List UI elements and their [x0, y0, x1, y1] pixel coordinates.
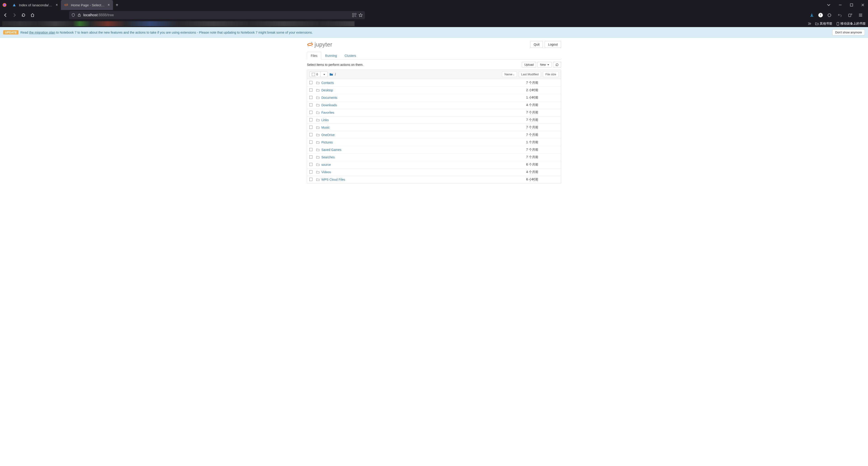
row-checkbox[interactable] — [309, 81, 316, 85]
tab-files[interactable]: Files — [307, 52, 321, 60]
banner-text: Read the migration plan to Notebook 7 to… — [20, 31, 313, 34]
file-link[interactable]: Music — [321, 126, 330, 129]
sort-size-button[interactable]: File size — [543, 71, 559, 77]
file-link[interactable]: Desktop — [321, 89, 333, 92]
table-row: Contacts7 个月前 — [307, 79, 561, 87]
file-link[interactable]: Searches — [321, 156, 335, 159]
row-checkbox[interactable] — [309, 170, 316, 174]
svg-rect-8 — [355, 13, 356, 15]
extensions-icon[interactable] — [826, 11, 833, 19]
menu-icon[interactable] — [857, 11, 864, 19]
checkbox-icon — [309, 103, 312, 106]
window-maximize-icon[interactable] — [850, 3, 853, 6]
new-tab-button[interactable]: + — [113, 0, 121, 10]
tab-clusters[interactable]: Clusters — [341, 52, 360, 59]
browser-tab-active[interactable]: Home Page - Select or create × — [61, 0, 113, 10]
select-all-checkbox[interactable]: 0 — [309, 71, 320, 77]
file-link[interactable]: Videos — [321, 170, 331, 174]
bookmark-star-icon[interactable] — [359, 13, 363, 17]
tab-close-icon[interactable]: × — [56, 3, 58, 7]
dismiss-banner-button[interactable]: Don't show anymore — [832, 29, 865, 35]
shield-icon — [71, 13, 75, 17]
file-link[interactable]: Documents — [321, 96, 337, 99]
new-dropdown-button[interactable]: New — [537, 62, 552, 67]
downloads-icon[interactable] — [808, 11, 816, 19]
folder-icon — [316, 156, 319, 159]
file-link[interactable]: WPS Cloud Files — [321, 178, 345, 181]
undo-icon[interactable] — [836, 11, 844, 19]
window-close-icon[interactable] — [861, 3, 864, 6]
table-row: Pictures1 个月前 — [307, 138, 561, 146]
tab-title: Index of /anaconda/archive/ — [19, 3, 53, 7]
file-link[interactable]: Downloads — [321, 103, 337, 107]
checkbox-icon — [309, 111, 312, 114]
file-link[interactable]: Pictures — [321, 140, 333, 144]
tab-favicon-icon — [12, 3, 16, 7]
table-row: OneDrive7 个月前 — [307, 131, 561, 138]
sort-name-button[interactable]: Name ↓ — [502, 71, 517, 77]
tab-close-icon[interactable]: × — [108, 3, 110, 7]
file-link[interactable]: Favorites — [321, 111, 334, 114]
svg-rect-12 — [848, 14, 851, 17]
checkbox-icon — [309, 148, 312, 151]
bookmarks-bar: 其他书签 移动设备上的书签 — [0, 20, 868, 27]
nav-forward-button[interactable] — [10, 11, 19, 19]
bookmarks-overflow-icon[interactable] — [807, 22, 811, 26]
file-modified: 7 个月前 — [502, 81, 538, 85]
table-header: 0 / Name ↓ Last Modified File size — [307, 70, 561, 79]
row-checkbox[interactable] — [309, 140, 316, 144]
checkbox-icon — [309, 156, 312, 159]
file-modified: 7 个月前 — [502, 118, 538, 122]
file-link[interactable]: Saved Games — [321, 148, 341, 152]
breadcrumb[interactable]: / — [330, 73, 502, 76]
account-badge-icon[interactable]: ! — [818, 13, 823, 18]
qr-icon[interactable] — [352, 13, 356, 17]
refresh-button[interactable] — [553, 62, 561, 67]
checkbox-icon — [309, 96, 312, 99]
row-checkbox[interactable] — [309, 126, 316, 130]
window-minimize-icon[interactable] — [839, 3, 842, 6]
svg-point-20 — [312, 46, 312, 46]
row-checkbox[interactable] — [309, 156, 316, 159]
upload-button[interactable]: Upload — [522, 62, 536, 67]
folder-icon — [330, 73, 333, 76]
file-link[interactable]: Contacts — [321, 81, 334, 85]
logout-button[interactable]: Logout — [545, 41, 561, 48]
tab-running[interactable]: Running — [321, 52, 341, 59]
all-tabs-icon[interactable] — [827, 3, 831, 7]
nav-home-button[interactable] — [28, 11, 37, 19]
row-checkbox[interactable] — [309, 133, 316, 137]
quit-button[interactable]: Quit — [530, 41, 543, 48]
nav-reload-button[interactable] — [20, 11, 28, 19]
file-link[interactable]: Links — [321, 118, 329, 122]
svg-point-3 — [67, 4, 67, 4]
row-checkbox[interactable] — [309, 111, 316, 114]
file-link[interactable]: source — [321, 163, 331, 166]
sort-modified-button[interactable]: Last Modified — [519, 71, 541, 77]
bookmarks-folder-mobile[interactable]: 移动设备上的书签 — [836, 22, 866, 26]
row-checkbox[interactable] — [309, 148, 316, 152]
file-link[interactable]: OneDrive — [321, 133, 335, 137]
browser-tab[interactable]: Index of /anaconda/archive/ × — [9, 0, 61, 10]
row-checkbox[interactable] — [309, 118, 316, 122]
row-checkbox[interactable] — [309, 89, 316, 92]
nav-back-button[interactable] — [1, 11, 9, 19]
table-row: Searches7 个月前 — [307, 154, 561, 161]
url-bar[interactable]: localhost:8888/tree — [69, 11, 365, 19]
folder-icon — [316, 126, 319, 129]
tab-favicon-icon — [64, 3, 68, 7]
migration-plan-link[interactable]: the migration plan — [29, 31, 55, 34]
url-text: localhost:8888/tree — [83, 13, 114, 17]
extensions-overflow-icon[interactable] — [846, 11, 854, 19]
table-row: Links7 个月前 — [307, 116, 561, 124]
select-dropdown-button[interactable] — [320, 71, 328, 77]
row-checkbox[interactable] — [309, 96, 316, 100]
jupyter-logo[interactable]: jupyter — [307, 41, 332, 48]
row-checkbox[interactable] — [309, 163, 316, 167]
row-checkbox[interactable] — [309, 178, 316, 181]
svg-rect-10 — [355, 15, 355, 16]
svg-rect-7 — [352, 13, 354, 15]
folder-icon — [316, 141, 319, 144]
row-checkbox[interactable] — [309, 103, 316, 107]
bookmarks-folder-other[interactable]: 其他书签 — [815, 22, 832, 26]
